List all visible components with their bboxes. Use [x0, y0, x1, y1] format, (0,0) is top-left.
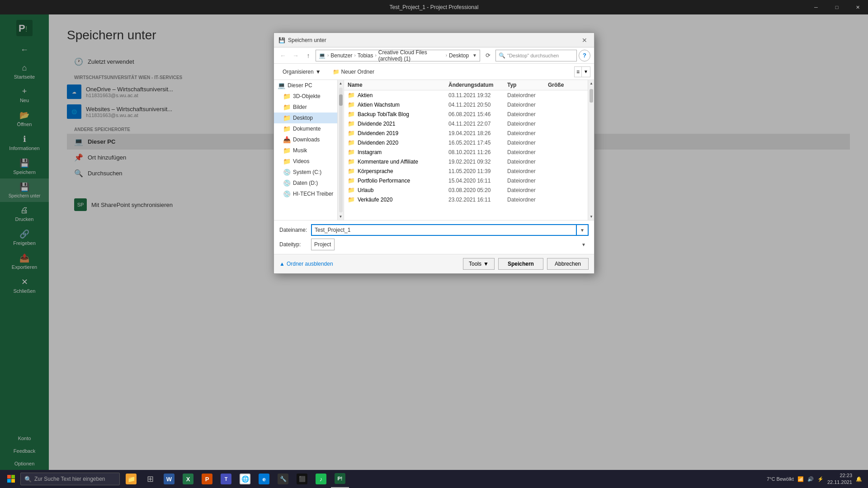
filename-label: Dateiname:	[279, 227, 311, 233]
folder-dieser-pc[interactable]: 💻 Dieser PC	[274, 80, 337, 91]
organize-button[interactable]: Organisieren ▼	[278, 66, 326, 78]
file-row[interactable]: 📁 Backup TobiTalk Blog 06.08.2021 15:46 …	[344, 109, 588, 119]
file-scroll-track	[588, 87, 594, 213]
file-row[interactable]: 📁 Kommentare und Affiliate 19.02.2021 09…	[344, 157, 588, 166]
hide-folders-button[interactable]: ▲ Ordner ausblenden	[279, 261, 333, 267]
folder-dokumente-label: Dokumente	[293, 126, 321, 132]
refresh-button[interactable]: ⟳	[482, 50, 494, 61]
folder-bilder[interactable]: 📁 Bilder	[274, 102, 337, 113]
col-header-size[interactable]: Größe	[548, 82, 584, 88]
taskbar-network-icon: 📶	[797, 476, 804, 482]
forward-button[interactable]: →	[290, 50, 301, 61]
start-button[interactable]	[2, 470, 20, 488]
taskbar-app-app8[interactable]: ⬛	[293, 470, 311, 488]
search-bar[interactable]: 🔍 "Desktop" durchsuchen	[495, 50, 577, 61]
spotify-icon: ♪	[316, 474, 326, 484]
taskbar-app-taskview[interactable]: ⊞	[141, 470, 159, 488]
file-row[interactable]: 📁 Körpersprache 11.05.2020 11:39 Dateior…	[344, 166, 588, 176]
command-bar: Organisieren ▼ 📁 Neuer Ordner ≡ ▼	[274, 64, 594, 80]
folder-3d-label: 3D-Objekte	[293, 93, 321, 99]
maximize-button[interactable]: □	[826, 0, 847, 14]
new-folder-button[interactable]: 📁 Neuer Ordner	[328, 66, 379, 78]
view-toggle[interactable]: ≡ ▼	[574, 66, 590, 77]
file-row[interactable]: 📁 Dividenden 2019 19.04.2021 18:26 Datei…	[344, 128, 588, 138]
folder-hitech[interactable]: 💿 HI-TECH Treiber	[274, 188, 337, 199]
minimize-button[interactable]: ─	[806, 0, 826, 14]
filename-dropdown-button[interactable]: ▼	[577, 224, 589, 236]
folder-daten-d[interactable]: 💿 Daten (D:)	[274, 178, 337, 188]
file-row[interactable]: 📁 Dividenden 2020 16.05.2021 17:45 Datei…	[344, 138, 588, 147]
taskbar-app-edge[interactable]: e	[255, 470, 273, 488]
filename-input[interactable]	[311, 224, 577, 236]
col-header-type[interactable]: Typ	[507, 82, 548, 88]
col-header-name[interactable]: Name	[348, 82, 448, 88]
taskbar-app-app7[interactable]: 🔧	[274, 470, 292, 488]
taskbar-app-excel[interactable]: X	[179, 470, 197, 488]
organize-dropdown-icon: ▼	[316, 69, 321, 75]
breadcrumb-sep-3: ›	[446, 53, 447, 58]
close-button[interactable]: ✕	[847, 0, 868, 14]
taskbar-app-teams[interactable]: T	[217, 470, 235, 488]
folder-videos-label: Videos	[293, 158, 309, 164]
file-panel: Name Änderungsdatum Typ Größe 📁 Aktien 0…	[344, 80, 588, 220]
breadcrumb-computer-icon: 💻	[319, 52, 326, 59]
taskbar-system: 7°C Bewölkt 📶 🔊 ⚡ 22:23 22.11.2021 🔔	[767, 472, 866, 486]
taskbar-app-word[interactable]: W	[160, 470, 178, 488]
file-type: Dateiordner	[507, 149, 548, 155]
breadcrumb-tobias[interactable]: Tobias	[358, 52, 373, 59]
view-dropdown-icon[interactable]: ▼	[582, 67, 590, 77]
cancel-button[interactable]: Abbrechen	[547, 258, 589, 270]
filename-input-group: ▼	[311, 224, 589, 236]
file-folder-icon: 📁	[348, 177, 355, 184]
breadcrumb-dropdown-arrow[interactable]: ▼	[472, 53, 477, 58]
folder-musik[interactable]: 📁 Musik	[274, 145, 337, 156]
folder-3d-objekte[interactable]: 📁 3D-Objekte	[274, 91, 337, 102]
folder-scroll-up[interactable]: ▲	[338, 80, 344, 87]
folder-system-c[interactable]: 💿 System (C:)	[274, 167, 337, 178]
file-list: 📁 Aktien 03.11.2021 19:32 Dateiordner 📁 …	[344, 90, 588, 220]
taskbar-app-spotify[interactable]: ♪	[312, 470, 330, 488]
file-scroll-thumb[interactable]	[590, 89, 593, 103]
taskbar-app-chrome[interactable]: 🌐	[236, 470, 254, 488]
file-date: 06.08.2021 15:46	[448, 111, 507, 117]
taskbar-app-project[interactable]: P!	[331, 470, 349, 488]
up-button[interactable]: ↑	[303, 50, 314, 61]
file-scroll-up[interactable]: ▲	[588, 80, 594, 87]
folder-desktop[interactable]: 📁 Desktop	[274, 113, 337, 123]
breadcrumb-benutzer[interactable]: Benutzer	[330, 52, 352, 59]
file-row[interactable]: 📁 Dividende 2021 04.11.2021 22:07 Dateio…	[344, 119, 588, 128]
view-list-icon[interactable]: ≡	[575, 67, 582, 77]
file-row[interactable]: 📁 Instagram 08.10.2021 11:26 Dateiordner	[344, 147, 588, 157]
file-row[interactable]: 📁 Aktien Wachstum 04.11.2021 20:50 Datei…	[344, 100, 588, 109]
filetype-select[interactable]: Project	[311, 239, 335, 250]
file-scroll-down[interactable]: ▼	[588, 213, 594, 220]
folder-downloads-label: Downloads	[293, 136, 320, 143]
file-row[interactable]: 📁 Portfolio Performance 15.04.2020 16:11…	[344, 176, 588, 185]
file-row[interactable]: 📁 Aktien 03.11.2021 19:32 Dateiordner	[344, 90, 588, 100]
col-header-date[interactable]: Änderungsdatum	[448, 82, 507, 88]
folder-dokumente[interactable]: 📁 Dokumente	[274, 123, 337, 134]
folder-scroll-thumb[interactable]	[339, 94, 343, 106]
tools-button[interactable]: Tools ▼	[463, 258, 495, 270]
folder-scroll-down[interactable]: ▼	[338, 213, 344, 220]
back-button[interactable]: ←	[278, 50, 288, 61]
file-row[interactable]: 📁 Verkäufe 2020 23.02.2021 16:11 Dateior…	[344, 195, 588, 204]
help-button[interactable]: ?	[579, 50, 590, 61]
dialog-title-icon: 💾	[278, 37, 285, 43]
dialog-close-button[interactable]: ✕	[580, 35, 590, 45]
file-row[interactable]: 📁 Urlaub 03.08.2020 05:20 Dateiordner	[344, 185, 588, 195]
folder-videos[interactable]: 📁 Videos	[274, 156, 337, 167]
folder-dieser-pc-label: Dieser PC	[288, 82, 312, 89]
breadcrumb-desktop[interactable]: Desktop	[449, 52, 469, 59]
breadcrumb-cloud[interactable]: Creative Cloud Files (archived) (1)	[378, 49, 444, 62]
save-dialog: 💾 Speichern unter ✕ ← → ↑ 💻 › Benutzer ›…	[274, 33, 594, 274]
file-name: Dividenden 2019	[358, 130, 398, 136]
file-folder-icon: 📁	[348, 120, 355, 127]
folder-downloads[interactable]: 📥 Downloads	[274, 134, 337, 145]
file-date: 16.05.2021 17:45	[448, 140, 507, 146]
breadcrumb-sep-1: ›	[354, 53, 355, 58]
taskbar-app-explorer[interactable]: 📁	[122, 470, 140, 488]
taskbar-search[interactable]: 🔍 Zur Suche Text hier eingeben	[20, 473, 120, 485]
taskbar-app-powerpoint[interactable]: P	[198, 470, 216, 488]
save-button[interactable]: Speichern	[498, 258, 543, 270]
